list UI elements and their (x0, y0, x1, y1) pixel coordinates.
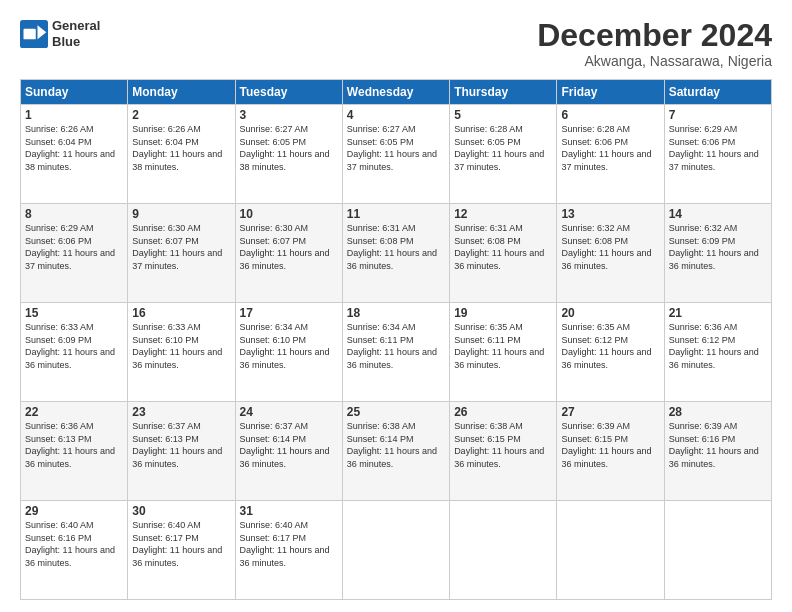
day-number: 21 (669, 306, 767, 320)
day-number: 31 (240, 504, 338, 518)
day-number: 30 (132, 504, 230, 518)
day-info: Sunrise: 6:36 AMSunset: 6:12 PMDaylight:… (669, 321, 767, 371)
day-info: Sunrise: 6:34 AMSunset: 6:10 PMDaylight:… (240, 321, 338, 371)
calendar: SundayMondayTuesdayWednesdayThursdayFrid… (20, 79, 772, 600)
day-number: 9 (132, 207, 230, 221)
day-header: Monday (128, 80, 235, 105)
calendar-week-row: 22Sunrise: 6:36 AMSunset: 6:13 PMDayligh… (21, 402, 772, 501)
calendar-cell: 2Sunrise: 6:26 AMSunset: 6:04 PMDaylight… (128, 105, 235, 204)
day-info: Sunrise: 6:31 AMSunset: 6:08 PMDaylight:… (347, 222, 445, 272)
calendar-week-row: 29Sunrise: 6:40 AMSunset: 6:16 PMDayligh… (21, 501, 772, 600)
day-info: Sunrise: 6:39 AMSunset: 6:15 PMDaylight:… (561, 420, 659, 470)
calendar-cell: 11Sunrise: 6:31 AMSunset: 6:08 PMDayligh… (342, 204, 449, 303)
calendar-cell: 22Sunrise: 6:36 AMSunset: 6:13 PMDayligh… (21, 402, 128, 501)
day-header: Saturday (664, 80, 771, 105)
calendar-week-row: 8Sunrise: 6:29 AMSunset: 6:06 PMDaylight… (21, 204, 772, 303)
day-header: Sunday (21, 80, 128, 105)
day-info: Sunrise: 6:40 AMSunset: 6:16 PMDaylight:… (25, 519, 123, 569)
calendar-cell: 15Sunrise: 6:33 AMSunset: 6:09 PMDayligh… (21, 303, 128, 402)
calendar-cell: 29Sunrise: 6:40 AMSunset: 6:16 PMDayligh… (21, 501, 128, 600)
day-info: Sunrise: 6:38 AMSunset: 6:14 PMDaylight:… (347, 420, 445, 470)
day-header: Thursday (450, 80, 557, 105)
logo-icon (20, 20, 48, 48)
day-number: 24 (240, 405, 338, 419)
page: General Blue December 2024 Akwanga, Nass… (0, 0, 792, 612)
calendar-cell: 26Sunrise: 6:38 AMSunset: 6:15 PMDayligh… (450, 402, 557, 501)
day-number: 22 (25, 405, 123, 419)
day-info: Sunrise: 6:28 AMSunset: 6:06 PMDaylight:… (561, 123, 659, 173)
calendar-cell (557, 501, 664, 600)
day-number: 8 (25, 207, 123, 221)
day-header: Wednesday (342, 80, 449, 105)
calendar-cell (664, 501, 771, 600)
day-info: Sunrise: 6:34 AMSunset: 6:11 PMDaylight:… (347, 321, 445, 371)
svg-rect-2 (24, 28, 36, 39)
calendar-cell: 21Sunrise: 6:36 AMSunset: 6:12 PMDayligh… (664, 303, 771, 402)
day-info: Sunrise: 6:31 AMSunset: 6:08 PMDaylight:… (454, 222, 552, 272)
calendar-cell: 19Sunrise: 6:35 AMSunset: 6:11 PMDayligh… (450, 303, 557, 402)
calendar-cell: 1Sunrise: 6:26 AMSunset: 6:04 PMDaylight… (21, 105, 128, 204)
day-info: Sunrise: 6:32 AMSunset: 6:09 PMDaylight:… (669, 222, 767, 272)
day-number: 18 (347, 306, 445, 320)
day-number: 20 (561, 306, 659, 320)
calendar-cell: 30Sunrise: 6:40 AMSunset: 6:17 PMDayligh… (128, 501, 235, 600)
day-info: Sunrise: 6:30 AMSunset: 6:07 PMDaylight:… (132, 222, 230, 272)
day-number: 6 (561, 108, 659, 122)
calendar-cell: 13Sunrise: 6:32 AMSunset: 6:08 PMDayligh… (557, 204, 664, 303)
day-number: 2 (132, 108, 230, 122)
day-info: Sunrise: 6:29 AMSunset: 6:06 PMDaylight:… (25, 222, 123, 272)
day-number: 7 (669, 108, 767, 122)
day-number: 25 (347, 405, 445, 419)
calendar-cell: 8Sunrise: 6:29 AMSunset: 6:06 PMDaylight… (21, 204, 128, 303)
day-info: Sunrise: 6:40 AMSunset: 6:17 PMDaylight:… (240, 519, 338, 569)
day-number: 16 (132, 306, 230, 320)
logo-text: General Blue (52, 18, 100, 49)
day-header: Friday (557, 80, 664, 105)
calendar-cell: 31Sunrise: 6:40 AMSunset: 6:17 PMDayligh… (235, 501, 342, 600)
day-info: Sunrise: 6:36 AMSunset: 6:13 PMDaylight:… (25, 420, 123, 470)
day-info: Sunrise: 6:35 AMSunset: 6:11 PMDaylight:… (454, 321, 552, 371)
calendar-cell: 14Sunrise: 6:32 AMSunset: 6:09 PMDayligh… (664, 204, 771, 303)
calendar-cell: 9Sunrise: 6:30 AMSunset: 6:07 PMDaylight… (128, 204, 235, 303)
day-number: 1 (25, 108, 123, 122)
day-number: 12 (454, 207, 552, 221)
calendar-cell: 16Sunrise: 6:33 AMSunset: 6:10 PMDayligh… (128, 303, 235, 402)
day-number: 5 (454, 108, 552, 122)
day-number: 4 (347, 108, 445, 122)
day-info: Sunrise: 6:37 AMSunset: 6:14 PMDaylight:… (240, 420, 338, 470)
day-number: 10 (240, 207, 338, 221)
subtitle: Akwanga, Nassarawa, Nigeria (537, 53, 772, 69)
header: General Blue December 2024 Akwanga, Nass… (20, 18, 772, 69)
day-number: 11 (347, 207, 445, 221)
day-number: 26 (454, 405, 552, 419)
calendar-cell: 4Sunrise: 6:27 AMSunset: 6:05 PMDaylight… (342, 105, 449, 204)
day-info: Sunrise: 6:40 AMSunset: 6:17 PMDaylight:… (132, 519, 230, 569)
day-info: Sunrise: 6:37 AMSunset: 6:13 PMDaylight:… (132, 420, 230, 470)
day-info: Sunrise: 6:27 AMSunset: 6:05 PMDaylight:… (240, 123, 338, 173)
day-info: Sunrise: 6:33 AMSunset: 6:09 PMDaylight:… (25, 321, 123, 371)
calendar-cell: 28Sunrise: 6:39 AMSunset: 6:16 PMDayligh… (664, 402, 771, 501)
calendar-cell (342, 501, 449, 600)
day-info: Sunrise: 6:28 AMSunset: 6:05 PMDaylight:… (454, 123, 552, 173)
calendar-cell: 12Sunrise: 6:31 AMSunset: 6:08 PMDayligh… (450, 204, 557, 303)
calendar-cell: 17Sunrise: 6:34 AMSunset: 6:10 PMDayligh… (235, 303, 342, 402)
calendar-cell: 6Sunrise: 6:28 AMSunset: 6:06 PMDaylight… (557, 105, 664, 204)
day-info: Sunrise: 6:33 AMSunset: 6:10 PMDaylight:… (132, 321, 230, 371)
day-info: Sunrise: 6:30 AMSunset: 6:07 PMDaylight:… (240, 222, 338, 272)
day-number: 17 (240, 306, 338, 320)
calendar-cell: 20Sunrise: 6:35 AMSunset: 6:12 PMDayligh… (557, 303, 664, 402)
day-number: 13 (561, 207, 659, 221)
calendar-cell (450, 501, 557, 600)
day-number: 28 (669, 405, 767, 419)
day-info: Sunrise: 6:38 AMSunset: 6:15 PMDaylight:… (454, 420, 552, 470)
calendar-week-row: 1Sunrise: 6:26 AMSunset: 6:04 PMDaylight… (21, 105, 772, 204)
calendar-cell: 24Sunrise: 6:37 AMSunset: 6:14 PMDayligh… (235, 402, 342, 501)
calendar-cell: 18Sunrise: 6:34 AMSunset: 6:11 PMDayligh… (342, 303, 449, 402)
day-number: 14 (669, 207, 767, 221)
calendar-header-row: SundayMondayTuesdayWednesdayThursdayFrid… (21, 80, 772, 105)
day-info: Sunrise: 6:29 AMSunset: 6:06 PMDaylight:… (669, 123, 767, 173)
title-block: December 2024 Akwanga, Nassarawa, Nigeri… (537, 18, 772, 69)
calendar-cell: 23Sunrise: 6:37 AMSunset: 6:13 PMDayligh… (128, 402, 235, 501)
day-number: 27 (561, 405, 659, 419)
day-header: Tuesday (235, 80, 342, 105)
